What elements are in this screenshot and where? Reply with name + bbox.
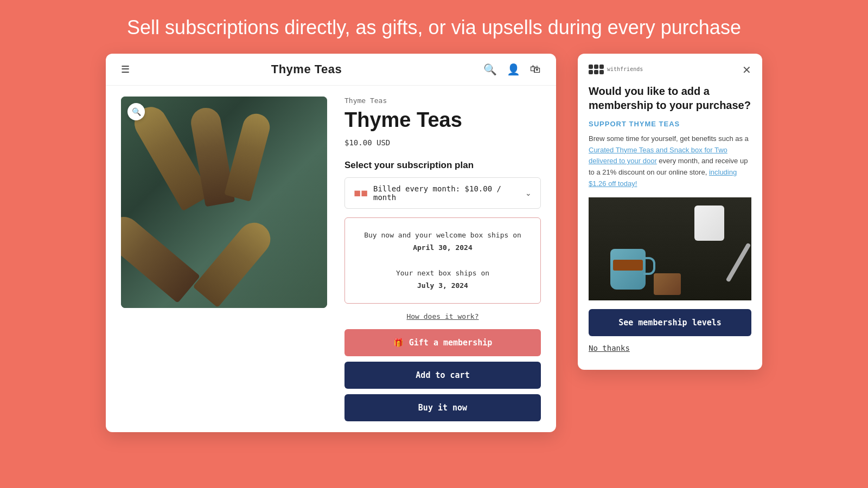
- zoom-button[interactable]: 🔍: [127, 103, 145, 120]
- buy-now-button[interactable]: Buy it now: [344, 394, 541, 421]
- wf-dot-2: [594, 65, 598, 69]
- dropdown-left: ◼◼ Billed every month: $10.00 / month: [354, 184, 525, 202]
- shipping-line2: Your next box ships on: [396, 269, 489, 277]
- close-icon[interactable]: ✕: [742, 65, 751, 75]
- wf-dots-icon: [589, 65, 604, 74]
- spoon-4: [121, 210, 200, 303]
- modal-product-image: [589, 197, 751, 300]
- gift-membership-label: Gift a membership: [409, 338, 493, 348]
- chevron-down-icon: ⌄: [525, 189, 532, 197]
- modal-description: Brew some time for yourself, get benefit…: [589, 133, 751, 190]
- menu-icon[interactable]: ☰: [121, 63, 130, 75]
- product-area: 🔍 Thyme Teas Thyme Teas $10.00 USD Selec…: [106, 86, 556, 432]
- wf-dot-6: [599, 70, 604, 74]
- add-to-cart-button[interactable]: Add to cart: [344, 362, 541, 389]
- store-header: ☰ Thyme Teas 🔍 👤 🛍: [106, 54, 556, 86]
- spoon-3: [224, 111, 273, 201]
- modal-body: Would you like to add a membership to yo…: [578, 75, 762, 370]
- shipping-date2: July 3, 2024: [417, 281, 468, 290]
- how-works-link[interactable]: How does it work?: [344, 312, 541, 320]
- panels-row: ☰ Thyme Teas 🔍 👤 🛍: [0, 54, 868, 432]
- see-membership-button[interactable]: See membership levels: [589, 309, 751, 336]
- tea-scene: [589, 197, 751, 300]
- shipping-date1: April 30, 2024: [413, 243, 473, 252]
- hero-title: Sell subscriptions directly, as gifts, o…: [116, 0, 752, 54]
- subscription-icon: ◼◼: [354, 188, 368, 198]
- spoon-group: [121, 97, 327, 308]
- white-container: [694, 206, 724, 241]
- brown-box: [654, 273, 681, 295]
- subscription-label: Select your subscription plan: [344, 160, 541, 171]
- product-price: $10.00 USD: [344, 138, 541, 147]
- tea-liquid: [613, 260, 643, 271]
- gift-icon: 🎁: [393, 338, 404, 348]
- product-breadcrumb: Thyme Teas: [344, 97, 541, 105]
- header-icons: 🔍 👤 🛍: [483, 63, 541, 76]
- modal-header: withfriends ✕: [578, 54, 762, 75]
- product-image-container: 🔍: [121, 97, 327, 308]
- wf-dot-1: [589, 65, 593, 69]
- withfriends-logo: withfriends: [589, 65, 643, 74]
- spoon-5: [193, 216, 277, 307]
- dropdown-text: Billed every month: $10.00 / month: [373, 184, 525, 202]
- support-label: SUPPORT THYME TEAS: [589, 120, 751, 128]
- wf-dot-4: [589, 70, 593, 74]
- right-panel: withfriends ✕ Would you like to add a me…: [578, 54, 762, 370]
- subscription-dropdown[interactable]: ◼◼ Billed every month: $10.00 / month ⌄: [344, 177, 541, 209]
- shipping-line1: Buy now and your welcome box ships on: [364, 231, 521, 239]
- wf-dot-3: [599, 65, 604, 69]
- desc-before: Brew some time for yourself, get benefit…: [589, 134, 749, 143]
- product-details: Thyme Teas Thyme Teas $10.00 USD Select …: [344, 97, 541, 421]
- store-title: Thyme Teas: [271, 62, 342, 76]
- tea-mug: [610, 249, 646, 290]
- search-icon[interactable]: 🔍: [483, 63, 497, 76]
- scene-spoon: [726, 242, 751, 282]
- product-name: Thyme Teas: [344, 109, 541, 132]
- wf-dot-5: [594, 70, 598, 74]
- modal-question: Would you like to add a membership to yo…: [589, 84, 751, 112]
- shipping-info-box: Buy now and your welcome box ships on Ap…: [344, 217, 541, 304]
- account-icon[interactable]: 👤: [507, 63, 520, 76]
- gift-membership-button[interactable]: 🎁 Gift a membership: [344, 329, 541, 356]
- product-image: [121, 97, 327, 308]
- cart-icon[interactable]: 🛍: [530, 63, 541, 75]
- no-thanks-link[interactable]: No thanks: [589, 344, 751, 361]
- wf-logo-text: withfriends: [607, 66, 643, 72]
- left-panel: ☰ Thyme Teas 🔍 👤 🛍: [106, 54, 556, 432]
